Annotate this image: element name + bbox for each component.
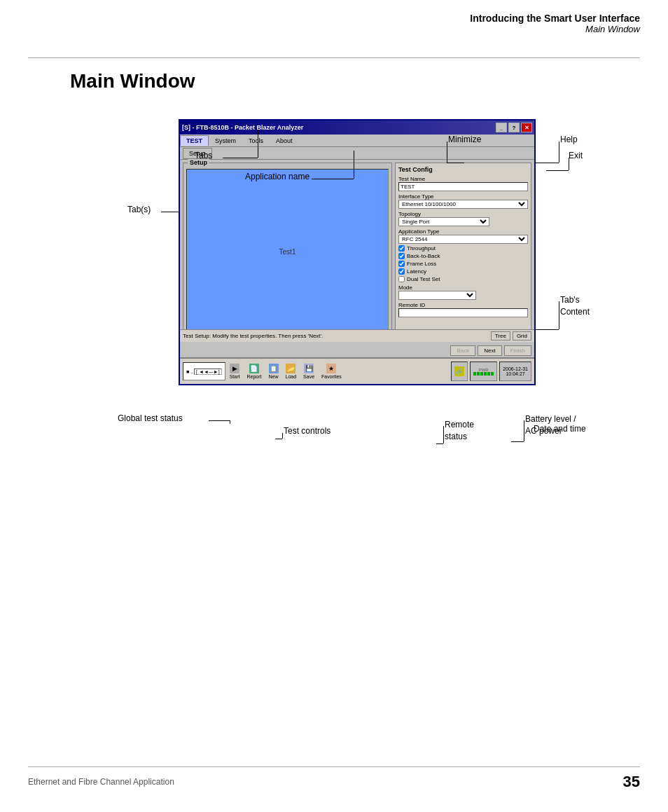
status-bar: Test Setup: Modify the test properties. … [180, 329, 534, 342]
footer-left: Ethernet and Fibre Channel Application [28, 777, 174, 787]
finish-button[interactable]: Finish [504, 345, 531, 356]
minimize-button[interactable]: _ [496, 123, 507, 132]
annotation-gts-line [209, 420, 230, 421]
status-text: Test Setup: Modify the test properties. … [183, 333, 489, 339]
menu-test[interactable]: TEST [180, 135, 209, 146]
annotation-tabs-line [223, 158, 258, 158]
taskbar-left-status: ■ .. [ ◄◄—►] [183, 362, 225, 380]
throughput-checkbox[interactable] [398, 245, 405, 252]
interface-type-select[interactable]: Ethernet 10/100/1000 [398, 200, 528, 209]
favorites-label: Favorites [321, 374, 342, 379]
next-button[interactable]: Next [478, 345, 501, 356]
global-test-status-indicator: ■ .. [186, 369, 193, 374]
battery-bar [473, 372, 494, 376]
header-subtitle: Main Window [346, 24, 640, 34]
remote-id-input[interactable] [398, 308, 528, 317]
dual-test-set-checkbox[interactable] [398, 276, 405, 282]
back-button[interactable]: Back [450, 345, 475, 356]
annotation-app-name-vert [354, 151, 354, 179]
annotation-tabs-vert [258, 130, 258, 158]
report-button[interactable]: 📄 Report [244, 362, 264, 381]
topology-select[interactable]: Single Port [398, 217, 489, 226]
checkbox-throughput: Throughput [398, 245, 528, 252]
frame-loss-checkbox[interactable] [398, 261, 405, 267]
annotation-help-vert [559, 142, 559, 163]
battery-seg-5 [487, 372, 490, 376]
save-icon: 💾 [304, 364, 314, 373]
annotation-tabs-content: Tab'sContent [560, 294, 590, 318]
save-button[interactable]: 💾 Save [300, 362, 317, 381]
mode-select[interactable] [398, 291, 476, 300]
menu-tools[interactable]: Tools [242, 135, 270, 146]
tree-button[interactable]: Tree [491, 331, 510, 340]
content-area: Setup Test1 Test Config Test Name Interf… [180, 160, 534, 340]
latency-checkbox[interactable] [398, 268, 405, 275]
annotation-app-name: Application name [245, 172, 309, 181]
annotation-battery-vert [524, 420, 524, 441]
menu-system[interactable]: System [209, 135, 242, 146]
favorites-icon: ★ [326, 364, 336, 373]
annotation-remote-line [436, 443, 443, 444]
report-label: Report [246, 374, 261, 379]
right-panel: Test Config Test Name Interface Type Eth… [395, 163, 531, 338]
battery-seg-4 [484, 372, 487, 376]
annotation-content-vert [559, 301, 559, 329]
wizard-buttons: Back Next Finish [450, 345, 531, 356]
close-button[interactable]: ✕ [521, 123, 532, 132]
load-label: Load [286, 374, 297, 379]
annotation-content-line [534, 329, 559, 330]
back-to-back-checkbox[interactable] [398, 253, 405, 259]
datetime-box: 2006-12-31 10:04:27 [499, 362, 531, 381]
left-panel-text: Test1 [279, 248, 296, 256]
annotation-tc-vert [282, 433, 283, 439]
start-button[interactable]: ▶ Start [227, 362, 243, 381]
load-button[interactable]: 📂 Load [283, 362, 300, 381]
app-type-select[interactable]: RFC 2544 [398, 235, 528, 244]
annotation-help: Help [560, 135, 578, 144]
date-display: 2006-12-31 [503, 366, 528, 371]
checkbox-latency: Latency [398, 268, 528, 275]
checkbox-dual-test-set: Dual Test Set [398, 276, 528, 282]
report-icon: 📄 [249, 364, 259, 373]
new-label: New [269, 374, 279, 379]
taskbar-right: 🔗 PWR 2006-12-31 10:04:27 [451, 362, 531, 381]
favorites-button[interactable]: ★ Favorites [319, 362, 345, 381]
annotation-help-line [534, 163, 559, 163]
page-header: Introducing the Smart User Interface Mai… [346, 0, 668, 40]
checkbox-back-to-back: Back-to-Back [398, 253, 528, 259]
header-title: Introducing the Smart User Interface [346, 13, 640, 24]
app-window: [S] - FTB-8510B - Packet Blazer Analyzer… [179, 119, 536, 385]
annotation-minimize-down [447, 142, 447, 163]
annotation-remote-status: Remotestatus [445, 419, 474, 443]
new-button[interactable]: 📋 New [266, 362, 281, 381]
start-label: Start [230, 374, 240, 379]
remote-status-icon: 🔗 [454, 366, 464, 376]
annotation-battery-line [511, 441, 524, 442]
footer-right: 35 [623, 773, 640, 791]
title-bar-buttons: _ ? ✕ [496, 123, 532, 132]
grid-button[interactable]: Grid [513, 331, 531, 340]
annotation-exit: Exit [569, 151, 583, 160]
menu-about[interactable]: About [270, 135, 299, 146]
interface-type-label: Interface Type [398, 193, 528, 200]
help-button[interactable]: ? [508, 123, 520, 132]
new-icon: 📋 [269, 364, 279, 373]
annotation-tabs-s: Tab(s) [127, 205, 151, 214]
annotation-datetime: Date and time [534, 424, 586, 434]
test-name-input[interactable] [398, 182, 528, 191]
status-box: [ ◄◄—►] [194, 369, 222, 375]
page-main-heading: Main Window [70, 70, 195, 92]
page-footer: Ethernet and Fibre Channel Application 3… [28, 766, 640, 791]
taskbar: ■ .. [ ◄◄—►] ▶ Start 📄 Report 📋 New 📂 Lo… [180, 357, 534, 384]
app-title: [S] - FTB-8510B - Packet Blazer Analyzer [182, 124, 303, 131]
test-name-label: Test Name [398, 176, 528, 182]
battery-box: PWR [470, 362, 497, 381]
checkbox-frame-loss: Frame Loss [398, 261, 528, 267]
save-label: Save [303, 374, 314, 379]
battery-seg-6 [491, 372, 494, 376]
annotation-minimize-right [447, 163, 464, 163]
setup-group-box: Setup Test1 [183, 163, 392, 338]
app-type-label: Application Type [398, 228, 528, 235]
annotation-global-test-status: Global test status [118, 413, 183, 423]
annotation-gts-vert [230, 420, 230, 424]
